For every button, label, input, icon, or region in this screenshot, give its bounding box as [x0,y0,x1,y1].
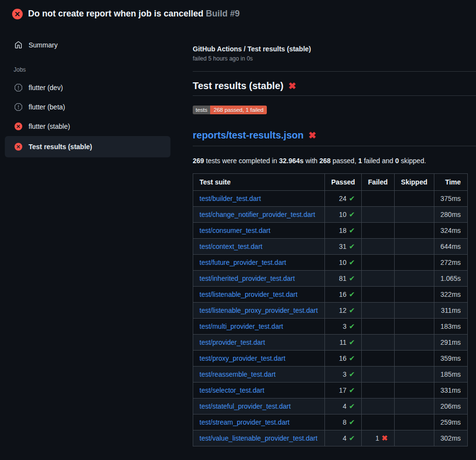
page-title: Do not create report when job is cancell… [28,9,240,19]
x-icon: ✖ [382,434,388,442]
test-suite-link[interactable]: test/selector_test.dart [200,386,264,394]
time-cell: 375ms [434,191,467,207]
check-icon: ✔ [349,338,355,346]
check-icon: ✔ [349,386,355,394]
x-circle-fill-icon [15,123,22,130]
test-suite-link[interactable]: test/proxy_provider_test.dart [200,354,285,362]
summary-text: tests were completed in [204,157,279,165]
test-suite-link[interactable]: test/consumer_test.dart [200,227,270,234]
stop-icon [15,103,22,111]
failed-cell [362,255,394,271]
cross-mark-icon: ✖ [308,130,316,141]
failed-count: 1 [358,157,362,165]
sidebar-item-flutter-dev[interactable]: flutter (dev) [5,78,170,97]
test-suite-link[interactable]: test/reassemble_test.dart [200,370,276,378]
skipped-cell [394,399,434,414]
test-suite-cell: test/reassemble_test.dart [193,367,325,383]
sidebar-item-flutter-stable[interactable]: flutter (stable) [5,117,170,136]
job-label: flutter (stable) [29,123,70,130]
time-cell: 280ms [434,207,467,223]
test-suite-link[interactable]: test/listenable_proxy_provider_test.dart [200,307,318,314]
test-suite-link[interactable]: test/inherited_provider_test.dart [200,275,295,282]
table-row: test/stateful_provider_test.dart4✔206ms [193,399,468,414]
skipped-cell [394,271,434,287]
skipped-cell [394,383,434,399]
time-cell: 291ms [434,335,467,351]
test-suite-link[interactable]: test/future_provider_test.dart [200,259,286,266]
passed-cell: 4✔ [325,430,362,446]
header-time: Time [434,174,467,191]
test-suite-cell: test/consumer_test.dart [193,223,325,239]
summary-line: 269 tests were completed in 32.964s with… [193,157,476,165]
passed-cell: 17✔ [325,383,362,399]
x-circle-fill-icon [12,9,23,19]
test-suite-link[interactable]: test/value_listenable_provider_test.dart [200,434,318,442]
skipped-cell [394,255,434,271]
passed-cell-count: 11 [339,338,347,346]
report-file-link[interactable]: reports/test-results.json [193,130,304,141]
failed-cell [362,351,394,367]
stop-icon [15,84,22,92]
failed-cell: 1✖ [362,430,394,446]
skipped-cell [394,335,434,351]
section-heading: Test results (stable) ✖ [193,80,476,96]
passed-cell: 16✔ [325,287,362,303]
test-suite-cell: test/stateful_provider_test.dart [193,399,325,414]
test-suite-link[interactable]: test/stream_provider_test.dart [200,418,290,426]
check-icon: ✔ [349,226,355,234]
test-suite-link[interactable]: test/stateful_provider_test.dart [200,402,291,410]
test-suite-link[interactable]: test/provider_test.dart [200,338,265,346]
skipped-cell [394,223,434,239]
passed-cell: 11✔ [325,335,362,351]
test-suite-link[interactable]: test/context_test.dart [200,243,262,250]
table-row: test/builder_test.dart24✔375ms [193,191,468,207]
sidebar-item-summary[interactable]: Summary [5,35,170,55]
test-suite-link[interactable]: test/multi_provider_test.dart [200,322,283,330]
test-suite-cell: test/multi_provider_test.dart [193,319,325,335]
duration: 32.964s [279,157,304,165]
passed-cell-count: 10 [339,211,347,218]
skipped-cell [394,414,434,430]
failed-cell [362,399,394,414]
test-suite-cell: test/provider_test.dart [193,335,325,351]
passed-cell: 8✔ [325,414,362,430]
sidebar-item-test-results-stable[interactable]: Test results (stable) [5,136,170,157]
passed-cell-count: 81 [339,275,347,282]
summary-text: skipped. [399,157,426,165]
table-row: test/future_provider_test.dart10✔272ms [193,255,468,271]
failed-cell [362,287,394,303]
table-row: test/provider_test.dart11✔291ms [193,335,468,351]
test-suite-link[interactable]: test/listenable_provider_test.dart [200,291,297,298]
failed-cell-count: 1 [375,434,379,442]
home-icon [15,41,22,49]
main-content: GitHub Actions / Test results (stable) f… [184,28,476,446]
passed-cell-count: 24 [339,195,347,202]
test-suite-link[interactable]: test/change_notifier_provider_test.dart [200,211,315,218]
passed-cell-count: 4 [343,402,347,410]
table-row: test/stream_provider_test.dart8✔259ms [193,414,468,430]
time-cell: 272ms [434,255,467,271]
skipped-cell [394,207,434,223]
test-suite-link[interactable]: test/builder_test.dart [200,195,261,202]
check-icon: ✔ [349,434,355,442]
skipped-count: 0 [395,157,399,165]
check-icon: ✔ [349,306,355,314]
skipped-cell [394,367,434,383]
time-cell: 359ms [434,351,467,367]
passed-cell: 4✔ [325,399,362,414]
sidebar-item-flutter-beta[interactable]: flutter (beta) [5,97,170,117]
header-skipped: Skipped [394,174,434,191]
passed-cell-count: 18 [339,227,347,234]
time-cell: 1.065s [434,271,467,287]
time-cell: 324ms [434,223,467,239]
time-cell: 322ms [434,287,467,303]
time-cell: 331ms [434,383,467,399]
table-row: test/multi_provider_test.dart3✔183ms [193,319,468,335]
workflow-run-title: Do not create report when job is cancell… [28,9,203,18]
passed-cell: 24✔ [325,191,362,207]
passed-cell-count: 10 [339,259,347,266]
table-row: test/reassemble_test.dart3✔185ms [193,367,468,383]
test-suite-cell: test/inherited_provider_test.dart [193,271,325,287]
time-cell: 259ms [434,414,467,430]
table-row: test/value_listenable_provider_test.dart… [193,430,468,446]
